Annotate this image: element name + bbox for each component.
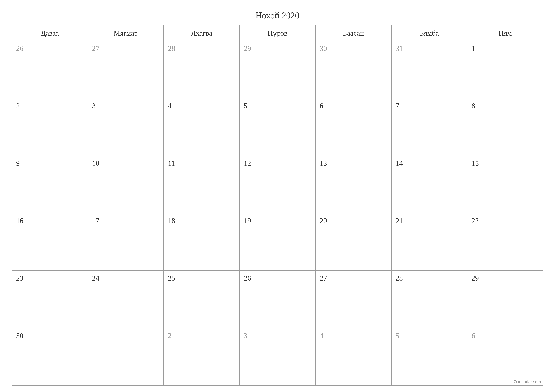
calendar-week-row: 9 10 11 12 13 14 15 xyxy=(12,156,543,213)
calendar-day-cell: 5 xyxy=(240,98,315,156)
day-number: 23 xyxy=(16,274,23,282)
calendar-day-cell: 25 xyxy=(164,271,240,328)
day-number: 24 xyxy=(92,274,99,282)
calendar-day-cell: 10 xyxy=(88,156,164,213)
day-number: 27 xyxy=(320,274,327,282)
day-number: 11 xyxy=(168,159,175,167)
calendar-day-cell: 30 xyxy=(315,41,391,98)
calendar-day-cell: 23 xyxy=(12,271,88,328)
calendar-day-cell: 13 xyxy=(315,156,391,213)
calendar-day-cell: 6 xyxy=(315,98,391,156)
calendar-day-cell: 29 xyxy=(240,41,315,98)
calendar-week-row: 30 1 2 3 4 5 6 7calendar.com xyxy=(12,328,543,385)
calendar-day-cell: 29 xyxy=(467,271,543,328)
footer-credit: 7calendar.com xyxy=(514,379,541,385)
calendar-day-cell: 2 xyxy=(164,328,240,385)
weekday-header: Мягмар xyxy=(88,25,164,41)
day-number: 2 xyxy=(168,332,171,340)
weekday-header: Пүрэв xyxy=(240,25,315,41)
calendar-day-cell: 20 xyxy=(315,213,391,271)
day-number: 6 xyxy=(471,332,475,340)
day-number: 5 xyxy=(396,332,399,340)
day-number: 15 xyxy=(471,159,479,167)
calendar-table: Даваа Мягмар Лхагва Пүрэв Баасан Бямба Н… xyxy=(12,25,543,386)
day-number: 17 xyxy=(92,217,99,225)
day-number: 4 xyxy=(320,332,323,340)
day-number: 4 xyxy=(168,102,171,110)
weekday-header: Бямба xyxy=(391,25,467,41)
calendar-title: Нохой 2020 xyxy=(12,10,543,21)
calendar-page: Нохой 2020 Даваа Мягмар Лхагва Пүрэв Баа… xyxy=(0,0,555,392)
day-number: 28 xyxy=(168,44,175,52)
calendar-day-cell: 17 xyxy=(88,213,164,271)
day-number: 7 xyxy=(396,102,399,110)
day-number: 3 xyxy=(92,102,96,110)
day-number: 20 xyxy=(320,217,327,225)
calendar-day-cell: 16 xyxy=(12,213,88,271)
calendar-day-cell: 15 xyxy=(467,156,543,213)
calendar-day-cell: 9 xyxy=(12,156,88,213)
day-number: 30 xyxy=(320,44,327,52)
calendar-day-cell: 7 xyxy=(391,98,467,156)
calendar-week-row: 26 27 28 29 30 31 1 xyxy=(12,41,543,98)
calendar-day-cell: 27 xyxy=(315,271,391,328)
calendar-week-row: 16 17 18 19 20 21 22 xyxy=(12,213,543,271)
weekday-header: Ням xyxy=(467,25,543,41)
day-number: 3 xyxy=(244,332,248,340)
day-number: 2 xyxy=(16,102,20,110)
day-number: 8 xyxy=(471,102,475,110)
calendar-day-cell: 28 xyxy=(164,41,240,98)
calendar-day-cell: 3 xyxy=(240,328,315,385)
day-number: 18 xyxy=(168,217,175,225)
day-number: 12 xyxy=(244,159,251,167)
day-number: 27 xyxy=(92,44,99,52)
calendar-day-cell: 14 xyxy=(391,156,467,213)
calendar-day-cell: 5 xyxy=(391,328,467,385)
calendar-day-cell: 30 xyxy=(12,328,88,385)
day-number: 9 xyxy=(16,159,20,167)
calendar-day-cell: 8 xyxy=(467,98,543,156)
calendar-day-cell: 4 xyxy=(164,98,240,156)
calendar-day-cell: 26 xyxy=(240,271,315,328)
day-number: 1 xyxy=(471,44,475,52)
day-number: 16 xyxy=(16,217,23,225)
calendar-body: 26 27 28 29 30 31 1 2 3 4 5 6 7 8 9 10 1… xyxy=(12,41,543,385)
day-number: 28 xyxy=(396,274,403,282)
day-number: 26 xyxy=(244,274,251,282)
day-number: 13 xyxy=(320,159,327,167)
day-number: 29 xyxy=(244,44,251,52)
day-number: 31 xyxy=(396,44,403,52)
calendar-day-cell: 6 7calendar.com xyxy=(467,328,543,385)
calendar-day-cell: 2 xyxy=(12,98,88,156)
day-number: 22 xyxy=(471,217,479,225)
day-number: 19 xyxy=(244,217,251,225)
weekday-header: Даваа xyxy=(12,25,88,41)
calendar-day-cell: 11 xyxy=(164,156,240,213)
day-number: 1 xyxy=(92,332,96,340)
weekday-header-row: Даваа Мягмар Лхагва Пүрэв Баасан Бямба Н… xyxy=(12,25,543,41)
calendar-day-cell: 1 xyxy=(467,41,543,98)
weekday-header: Лхагва xyxy=(164,25,240,41)
calendar-day-cell: 4 xyxy=(315,328,391,385)
calendar-day-cell: 22 xyxy=(467,213,543,271)
weekday-header: Баасан xyxy=(315,25,391,41)
calendar-day-cell: 24 xyxy=(88,271,164,328)
day-number: 5 xyxy=(244,102,248,110)
day-number: 30 xyxy=(16,332,23,340)
day-number: 25 xyxy=(168,274,175,282)
day-number: 21 xyxy=(396,217,403,225)
day-number: 10 xyxy=(92,159,99,167)
calendar-day-cell: 28 xyxy=(391,271,467,328)
calendar-day-cell: 19 xyxy=(240,213,315,271)
day-number: 14 xyxy=(396,159,403,167)
calendar-day-cell: 21 xyxy=(391,213,467,271)
calendar-day-cell: 26 xyxy=(12,41,88,98)
day-number: 29 xyxy=(471,274,479,282)
day-number: 6 xyxy=(320,102,323,110)
calendar-day-cell: 3 xyxy=(88,98,164,156)
calendar-day-cell: 12 xyxy=(240,156,315,213)
calendar-day-cell: 27 xyxy=(88,41,164,98)
calendar-day-cell: 18 xyxy=(164,213,240,271)
calendar-week-row: 2 3 4 5 6 7 8 xyxy=(12,98,543,156)
calendar-day-cell: 1 xyxy=(88,328,164,385)
